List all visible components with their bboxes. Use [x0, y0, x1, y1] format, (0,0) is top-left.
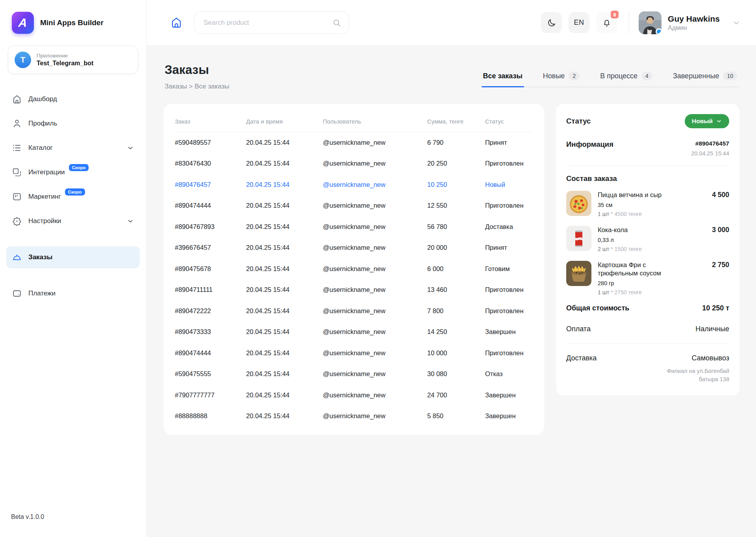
- notifications-button[interactable]: 8: [596, 12, 617, 33]
- product-image: [566, 261, 591, 286]
- cell-order-id[interactable]: #396676457: [175, 237, 246, 258]
- app-logo-icon: A: [12, 12, 34, 34]
- table-row[interactable]: #8904711111 20.04.25 15:44 @usernickname…: [175, 279, 533, 301]
- breadcrumb: Заказы > Все заказы: [165, 83, 230, 90]
- table-row[interactable]: #890473333 20.04.25 15:44 @usernickname_…: [175, 321, 533, 343]
- cell-datetime: 20.04.25 15:44: [246, 132, 323, 153]
- menu-item-icon: [12, 192, 22, 202]
- chevron-down-icon: [126, 217, 134, 225]
- sidebar-menu-item[interactable]: Дашборд: [6, 88, 140, 110]
- sidebar-menu-item[interactable]: Профиль: [6, 113, 140, 135]
- table-row[interactable]: #8904767893 20.04.25 15:44 @usernickname…: [175, 216, 533, 238]
- table-row[interactable]: #396676457 20.04.25 15:44 @usernickname_…: [175, 237, 533, 258]
- table-row[interactable]: #590489557 20.04.25 15:44 @usernickname_…: [175, 132, 533, 153]
- sidebar-menu-item[interactable]: Интеграции Скоро: [6, 161, 140, 183]
- cell-amount: 30 080: [427, 364, 485, 385]
- divider: [566, 165, 729, 166]
- cell-datetime: 20.04.25 15:44: [246, 385, 323, 406]
- cell-amount: 6 000: [427, 258, 485, 280]
- cell-order-id[interactable]: #88888888: [175, 406, 246, 427]
- cell-datetime: 20.04.25 15:44: [246, 174, 323, 196]
- search-input[interactable]: [194, 11, 349, 34]
- cell-user: @usernickname_new: [323, 195, 427, 216]
- tab-label: В процессе: [600, 72, 637, 80]
- cell-user: @usernickname_new: [323, 258, 427, 280]
- tab[interactable]: Все заказы: [482, 69, 524, 87]
- tab[interactable]: Завершенные 10: [671, 68, 739, 87]
- cell-amount: 20 250: [427, 153, 485, 174]
- cell-order-id[interactable]: #590475555: [175, 364, 246, 385]
- order-items-title: Состав заказа: [566, 174, 729, 183]
- product-size: 280 гр: [598, 280, 706, 286]
- cell-order-id[interactable]: #890472222: [175, 301, 246, 322]
- sidebar: A Mini Apps Builder T Приложение Test_Te…: [0, 0, 146, 537]
- sidebar-menu-item[interactable]: Настройки: [6, 210, 140, 232]
- cell-status: Готовим: [485, 258, 533, 280]
- avatar: [639, 11, 662, 34]
- sidebar-menu-item[interactable]: Заказы: [6, 246, 140, 268]
- table-row[interactable]: #890475678 20.04.25 15:44 @usernickname_…: [175, 258, 533, 280]
- notification-count-badge: 8: [610, 10, 619, 19]
- table-row[interactable]: #890476457 20.04.25 15:44 @usernickname_…: [175, 174, 533, 196]
- home-icon[interactable]: [170, 16, 183, 30]
- table-row[interactable]: #830476430 20.04.25 15:44 @usernickname_…: [175, 153, 533, 174]
- cell-order-id[interactable]: #890474444: [175, 343, 246, 364]
- chevron-down-icon: [732, 18, 741, 28]
- cell-user: @usernickname_new: [323, 153, 427, 174]
- theme-toggle-button[interactable]: [541, 12, 562, 33]
- brand-name: Mini Apps Builder: [40, 18, 104, 27]
- online-status-dot: [656, 28, 662, 34]
- cell-datetime: 20.04.25 15:44: [246, 279, 323, 301]
- orders-table: Заказ Дата и время Пользователь Сумма, т…: [175, 109, 533, 427]
- menu-item-label: Маркетинг: [28, 193, 61, 201]
- menu-item-icon: [12, 288, 22, 299]
- app-avatar: T: [15, 52, 31, 68]
- table-row[interactable]: #7907777777 20.04.25 15:44 @usernickname…: [175, 385, 533, 406]
- cell-datetime: 20.04.25 15:44: [246, 216, 323, 238]
- cell-user: @usernickname_new: [323, 406, 427, 427]
- cell-order-id[interactable]: #8904767893: [175, 216, 246, 238]
- column-header-amount: Сумма, тенге: [427, 109, 485, 132]
- cell-status: Отказ: [485, 364, 533, 385]
- cell-order-id[interactable]: #830476430: [175, 153, 246, 174]
- cell-status: Новый: [485, 174, 533, 196]
- info-label: Информация: [566, 140, 613, 149]
- user-menu[interactable]: Guy Hawkins Админ: [639, 11, 741, 34]
- menu-item-icon: [12, 167, 22, 177]
- cell-order-id[interactable]: #890473333: [175, 321, 246, 343]
- cell-user: @usernickname_new: [323, 385, 427, 406]
- tab-count-badge: 2: [569, 72, 580, 80]
- table-row[interactable]: #890472222 20.04.25 15:44 @usernickname_…: [175, 301, 533, 322]
- orders-table-card: Заказ Дата и время Пользователь Сумма, т…: [164, 104, 544, 435]
- cell-order-id[interactable]: #890475678: [175, 258, 246, 280]
- cell-status: Доставка: [485, 216, 533, 238]
- cell-order-id[interactable]: #8904711111: [175, 279, 246, 301]
- tab[interactable]: В процессе 4: [598, 68, 654, 87]
- table-row[interactable]: #890474444 20.04.25 15:44 @usernickname_…: [175, 343, 533, 364]
- cell-order-id[interactable]: #890474444: [175, 195, 246, 216]
- app-root: A Mini Apps Builder T Приложение Test_Te…: [0, 0, 756, 537]
- menu-item-label: Профиль: [28, 120, 57, 127]
- sidebar-menu-item[interactable]: Маркетинг Скоро: [6, 186, 140, 208]
- table-row[interactable]: #590475555 20.04.25 15:44 @usernickname_…: [175, 364, 533, 385]
- cell-datetime: 20.04.25 15:44: [246, 321, 323, 343]
- table-row[interactable]: #88888888 20.04.25 15:44 @usernickname_n…: [175, 406, 533, 427]
- user-role: Админ: [668, 24, 720, 31]
- sidebar-menu: Дашборд Профиль Каталог: [0, 84, 146, 308]
- cell-order-id[interactable]: #590489557: [175, 132, 246, 153]
- product-size: 0,33 л: [598, 237, 706, 243]
- cell-order-id[interactable]: #890476457: [175, 174, 246, 196]
- status-dropdown-button[interactable]: Новый: [685, 114, 729, 128]
- sidebar-menu-item[interactable]: Каталог: [6, 137, 140, 159]
- order-item: Картошка Фри с трюфельным соусом 280 гр …: [566, 261, 729, 296]
- table-row[interactable]: #890474444 20.04.25 15:44 @usernickname_…: [175, 195, 533, 216]
- sidebar-menu-item[interactable]: Платежи: [6, 282, 140, 304]
- tab[interactable]: Новые 2: [541, 68, 581, 87]
- language-button[interactable]: EN: [569, 12, 589, 33]
- menu-item-label: Интеграции: [28, 168, 65, 176]
- cell-order-id[interactable]: #7907777777: [175, 385, 246, 406]
- app-selector-card[interactable]: T Приложение Test_Telegram_bot: [8, 46, 138, 74]
- cell-datetime: 20.04.25 15:44: [246, 258, 323, 280]
- tab-label: Завершенные: [673, 72, 719, 80]
- cell-user: @usernickname_new: [323, 216, 427, 238]
